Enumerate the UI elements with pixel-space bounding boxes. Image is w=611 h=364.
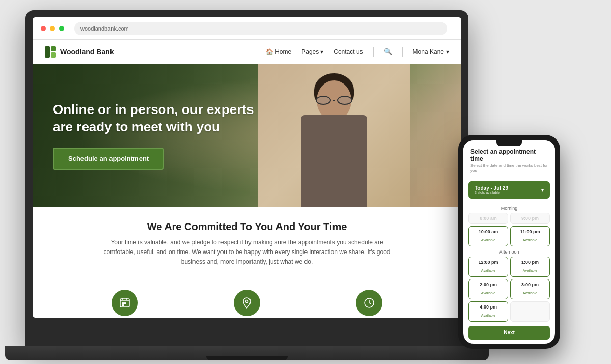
search-icon[interactable]: 🔍 xyxy=(384,48,392,55)
phone-device: Select an appointment time Select the da… xyxy=(458,135,560,349)
afternoon-slots: 12:00 pm Available 1:00 pm Available 2:0… xyxy=(463,257,555,322)
svg-point-10 xyxy=(246,300,248,302)
phone-body: Today - Jul 29 3 slots available ▾ Morni… xyxy=(463,177,555,344)
feature-branches: Nearby Branches We make it easy to choos… xyxy=(196,290,298,318)
svg-rect-8 xyxy=(124,302,126,304)
nav-pages[interactable]: Pages ▾ xyxy=(301,48,323,55)
phone-notch xyxy=(496,140,522,146)
nav-links: 🏠 Home Pages ▾ Contact us 🔍 xyxy=(266,47,449,57)
nav-divider-2 xyxy=(402,47,403,57)
nav-contact[interactable]: Contact us xyxy=(334,48,363,55)
slot-10am-status: Available xyxy=(481,238,495,242)
date-chevron-icon: ▾ xyxy=(541,187,544,193)
slot-12pm-time: 12:00 pm xyxy=(473,260,504,265)
feature-scheduling: Stress-Free Scheduling Our online schedu… xyxy=(74,290,176,318)
slot-10am[interactable]: 10:00 am Available xyxy=(468,226,508,246)
laptop-device: woodlandbank.com Wood xyxy=(25,10,468,346)
phone-next-button[interactable]: Next xyxy=(468,326,550,340)
slot-9pm[interactable]: 9:00 pm xyxy=(510,213,550,224)
phone-date-sub: 3 slots available xyxy=(475,191,508,194)
site-logo[interactable]: Woodland Bank xyxy=(45,46,114,58)
slot-10am-time: 10:00 am xyxy=(473,229,504,234)
laptop-base xyxy=(5,346,489,360)
slot-11pm-status: Available xyxy=(523,238,537,242)
commitment-section: We Are Committed To You And Your Time Yo… xyxy=(33,207,461,290)
slot-4pm-status: Available xyxy=(481,314,495,317)
reminders-icon xyxy=(356,290,382,316)
phone-date-selector[interactable]: Today - Jul 29 3 slots available ▾ xyxy=(468,181,550,199)
browser-url: woodlandbank.com xyxy=(80,25,129,32)
branches-icon xyxy=(234,290,260,316)
nav-home[interactable]: 🏠 Home xyxy=(266,48,291,55)
laptop-screen: woodlandbank.com Wood xyxy=(33,17,461,318)
phone-date-label: Today - Jul 29 xyxy=(475,185,508,191)
logo-text: Woodland Bank xyxy=(60,48,114,56)
svg-rect-0 xyxy=(45,46,50,58)
slot-2pm-time: 2:00 pm xyxy=(473,282,504,287)
commitment-title: We Are Committed To You And Your Time xyxy=(63,221,431,233)
nav-user[interactable]: Mona Kane ▾ xyxy=(413,48,449,55)
slot-1pm[interactable]: 1:00 pm Available xyxy=(510,257,550,277)
slot-empty xyxy=(510,301,550,322)
feature-reminders: Timely Reminders Our automated confirmat… xyxy=(318,290,420,318)
slot-11pm-time: 11:00 pm xyxy=(515,229,545,234)
logo-icon xyxy=(45,46,56,58)
phone-screen: Select an appointment time Select the da… xyxy=(463,140,555,344)
slot-2pm[interactable]: 2:00 pm Available xyxy=(468,279,508,299)
svg-line-13 xyxy=(369,303,371,304)
browser-maximize-dot[interactable] xyxy=(59,26,64,31)
morning-label: Morning xyxy=(463,206,555,211)
slot-8am-time: 8:00 am xyxy=(473,216,504,221)
website: Woodland Bank 🏠 Home Pages ▾ Contact us xyxy=(33,40,461,318)
browser-close-dot[interactable] xyxy=(41,26,46,31)
slot-2pm-status: Available xyxy=(481,291,495,295)
svg-rect-7 xyxy=(122,302,124,304)
slot-3pm-status: Available xyxy=(523,291,537,295)
slot-9pm-time: 9:00 pm xyxy=(515,216,545,221)
slot-3pm[interactable]: 3:00 pm Available xyxy=(510,279,550,299)
hero-section: Online or in person, our experts are rea… xyxy=(33,64,461,207)
browser-minimize-dot[interactable] xyxy=(50,26,55,31)
browser-nav: woodlandbank.com xyxy=(33,17,461,40)
slot-4pm[interactable]: 4:00 pm Available xyxy=(468,301,508,322)
hero-content: Online or in person, our experts are rea… xyxy=(53,101,277,170)
slot-1pm-status: Available xyxy=(523,269,537,272)
user-chevron-icon: ▾ xyxy=(446,48,449,55)
browser-address-bar[interactable]: woodlandbank.com xyxy=(74,22,447,35)
site-nav: Woodland Bank 🏠 Home Pages ▾ Contact us xyxy=(33,40,461,64)
morning-slots: 8:00 am 9:00 pm 10:00 am Available 11:00… xyxy=(463,213,555,246)
features-section: Stress-Free Scheduling Our online schedu… xyxy=(33,290,461,318)
hero-title: Online or in person, our experts are rea… xyxy=(53,101,277,136)
svg-rect-9 xyxy=(122,304,124,306)
slot-3pm-time: 3:00 pm xyxy=(515,282,545,287)
phone-header-sub: Select the date and time the works best … xyxy=(470,163,548,173)
afternoon-label: Afternoon xyxy=(463,249,555,255)
hero-image xyxy=(258,64,410,207)
slot-12pm[interactable]: 12:00 pm Available xyxy=(468,257,508,277)
slot-4pm-time: 4:00 pm xyxy=(473,304,504,310)
commitment-body: Your time is valuable, and we pledge to … xyxy=(99,238,395,267)
chevron-down-icon: ▾ xyxy=(320,48,323,55)
user-name: Mona Kane xyxy=(413,48,444,55)
nav-divider xyxy=(373,47,374,57)
scheduling-icon xyxy=(112,290,138,316)
phone-header-title: Select an appointment time xyxy=(470,148,548,162)
scene: woodlandbank.com Wood xyxy=(0,0,611,364)
schedule-appointment-button[interactable]: Schedule an appointment xyxy=(53,148,164,170)
home-icon: 🏠 xyxy=(266,48,273,55)
slot-1pm-time: 1:00 pm xyxy=(515,260,545,265)
svg-rect-1 xyxy=(51,46,56,51)
slot-12pm-status: Available xyxy=(481,269,495,272)
svg-rect-2 xyxy=(51,52,56,58)
slot-8am[interactable]: 8:00 am xyxy=(468,213,508,224)
slot-11pm[interactable]: 11:00 pm Available xyxy=(510,226,550,246)
